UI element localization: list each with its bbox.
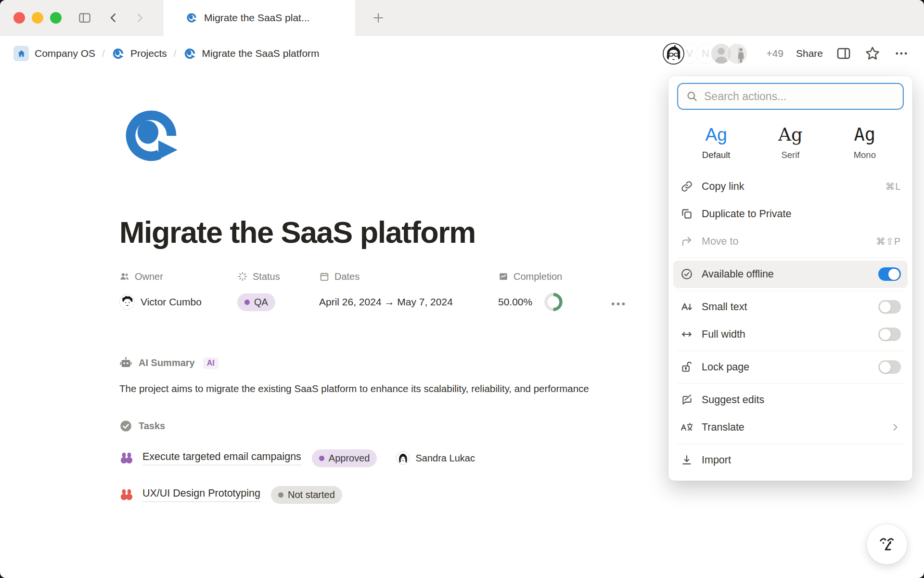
avatar-overflow-count[interactable]: +49 — [766, 48, 783, 59]
page-icon-large[interactable] — [119, 104, 183, 168]
favorite-star-icon[interactable] — [864, 45, 881, 62]
owner-avatar — [119, 294, 135, 310]
menu-item-translate[interactable]: Translate — [673, 414, 908, 441]
avatar — [663, 43, 684, 65]
menu-item-import[interactable]: Import — [673, 447, 908, 474]
forward-button[interactable] — [130, 8, 149, 27]
menu-item-small-text[interactable]: Small text — [673, 293, 908, 321]
new-tab-button[interactable] — [372, 11, 385, 25]
menu-item-lock-page[interactable]: Lock page — [673, 354, 908, 381]
menu-item-label: Suggest edits — [702, 394, 764, 406]
font-sample: Ag — [753, 125, 827, 145]
ai-summary-title: AI Summary — [139, 357, 195, 368]
app-window: Migrate the SaaS plat... Company OS / Pr… — [0, 0, 924, 578]
page-icon-small — [186, 12, 197, 24]
dates-value: April 26, 2024 → May 7, 2024 — [319, 296, 453, 308]
menu-item-move-to[interactable]: Move to ⌘⇧P — [673, 228, 908, 255]
people-icon — [119, 271, 130, 282]
property-owner[interactable]: Owner Victor Cumbo — [119, 270, 202, 313]
back-button[interactable] — [104, 8, 123, 27]
owner-name: Victor Cumbo — [141, 296, 202, 308]
small-text-icon — [680, 301, 693, 314]
menu-item-label: Translate — [702, 421, 744, 434]
small-text-toggle[interactable] — [878, 300, 901, 314]
move-to-icon — [680, 235, 693, 248]
menu-item-full-width[interactable]: Full width — [673, 321, 908, 348]
menu-divider — [677, 351, 904, 351]
import-icon — [680, 454, 693, 467]
home-icon[interactable] — [13, 46, 29, 61]
breadcrumb-item-current-page[interactable]: Migrate the SaaS platform — [202, 48, 320, 59]
menu-divider — [677, 258, 904, 258]
ai-badge: AI — [203, 357, 218, 369]
font-option-mono[interactable]: Ag Mono — [828, 125, 902, 160]
binoculars-icon — [119, 451, 134, 465]
page-options-menu: Ag Default Ag Serif Ag Mono Copy link ⌘L — [668, 76, 912, 481]
menu-divider — [677, 444, 904, 444]
status-dot — [278, 492, 283, 498]
top-navigation-bar: Company OS / Projects / Migrate the SaaS… — [0, 36, 924, 71]
font-sample: Ag — [679, 125, 753, 145]
binoculars-icon — [119, 487, 134, 502]
sidebar-toggle-icon[interactable] — [75, 8, 94, 27]
zoom-window-button[interactable] — [50, 12, 62, 24]
task-link[interactable]: Execute targeted email campaigns — [142, 451, 301, 465]
property-status[interactable]: Status QA — [237, 270, 280, 313]
task-status-badge[interactable]: Not started — [271, 486, 342, 504]
duplicate-icon — [680, 208, 693, 221]
menu-item-available-offline[interactable]: Available offline — [673, 261, 908, 288]
property-dates[interactable]: Dates April 26, 2024 → May 7, 2024 — [319, 270, 453, 313]
menu-divider — [677, 290, 904, 291]
search-actions-input[interactable] — [704, 90, 895, 103]
breadcrumb-separator: / — [101, 48, 106, 59]
notion-ai-face-button[interactable] — [867, 524, 907, 565]
task-status-badge[interactable]: Approved — [312, 449, 377, 467]
task-row: UX/UI Design Prototyping Not started — [119, 484, 924, 506]
font-option-default[interactable]: Ag Default — [679, 125, 753, 160]
menu-item-suggest-edits[interactable]: Suggest edits — [673, 386, 908, 414]
share-button[interactable]: Share — [796, 48, 823, 59]
property-completion[interactable]: Completion 50.00% — [498, 270, 563, 313]
shortcut-hint: ⌘L — [886, 181, 901, 192]
breadcrumb-item-projects[interactable]: Projects — [130, 48, 167, 59]
viewer-avatars[interactable]: V N — [651, 43, 748, 65]
more-options-icon[interactable] — [893, 45, 910, 62]
menu-item-label: Small text — [702, 301, 747, 313]
assignee-name: Sandra Lukac — [415, 453, 475, 464]
active-tab[interactable]: Migrate the SaaS plat... — [164, 0, 355, 36]
tab-title: Migrate the SaaS plat... — [204, 12, 309, 24]
breadcrumb-item-workspace[interactable]: Company OS — [35, 48, 95, 59]
full-width-icon — [680, 328, 693, 341]
task-status-value: Approved — [329, 453, 370, 464]
menu-item-duplicate[interactable]: Duplicate to Private — [673, 200, 908, 228]
lock-page-toggle[interactable] — [878, 360, 901, 374]
status-badge[interactable]: QA — [237, 293, 275, 311]
actions-search[interactable] — [677, 83, 904, 110]
font-option-label: Default — [679, 150, 753, 160]
suggest-edits-icon — [680, 394, 693, 407]
full-width-toggle[interactable] — [878, 328, 901, 341]
menu-item-copy-link[interactable]: Copy link ⌘L — [673, 173, 908, 200]
task-assignee[interactable]: Sandra Lukac — [396, 451, 475, 465]
robot-icon — [119, 356, 132, 369]
search-icon — [686, 90, 698, 103]
dates-label: Dates — [334, 271, 359, 282]
side-peek-icon[interactable] — [835, 45, 852, 62]
breadcrumb: Company OS / Projects / Migrate the SaaS… — [13, 46, 320, 61]
calendar-icon — [319, 271, 330, 282]
properties-more-button[interactable]: ••• — [611, 298, 627, 310]
unlock-icon — [680, 361, 693, 374]
translate-icon — [680, 421, 693, 434]
assignee-avatar — [396, 451, 410, 465]
tasks-title: Tasks — [139, 420, 165, 432]
font-option-serif[interactable]: Ag Serif — [753, 125, 827, 160]
avatar-photo — [726, 43, 748, 65]
font-option-label: Mono — [828, 150, 902, 160]
available-offline-toggle[interactable] — [878, 267, 901, 281]
chart-icon — [498, 271, 509, 282]
menu-item-label: Duplicate to Private — [702, 208, 791, 220]
minimize-window-button[interactable] — [32, 12, 43, 24]
task-link[interactable]: UX/UI Design Prototyping — [142, 487, 260, 502]
close-window-button[interactable] — [13, 12, 25, 24]
task-status-value: Not started — [288, 489, 335, 500]
